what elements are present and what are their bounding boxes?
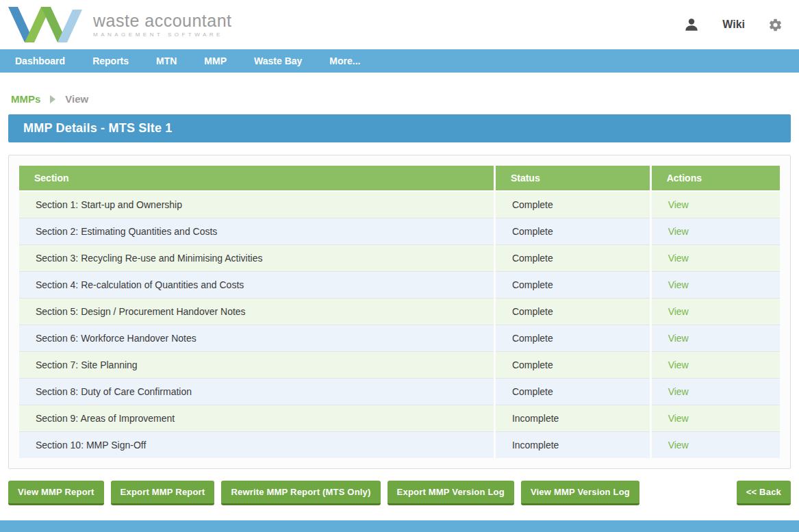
view-link[interactable]: View	[668, 386, 689, 397]
wiki-link[interactable]: Wiki	[722, 18, 745, 31]
actions-cell: View	[650, 352, 780, 379]
nav-item-mtn[interactable]: MTN	[142, 49, 190, 73]
view-link[interactable]: View	[668, 440, 689, 451]
status-cell: Complete	[494, 325, 650, 352]
export-mmp-report-button[interactable]: Export MMP Report	[111, 481, 215, 505]
view-link[interactable]: View	[668, 333, 689, 344]
brand-text: waste accountant MANAGEMENT SOFTWARE	[93, 12, 232, 38]
actions-cell: View	[650, 379, 780, 405]
brand-tagline: MANAGEMENT SOFTWARE	[93, 31, 232, 38]
brand-logo-icon	[7, 5, 84, 44]
status-cell: Complete	[494, 272, 650, 299]
view-mmp-report-button[interactable]: View MMP Report	[8, 481, 104, 505]
section-cell: Section 5: Design / Procurement Handover…	[19, 299, 494, 325]
table-row: Section 7: Site Planning Complete View	[19, 352, 780, 379]
status-cell: Complete	[494, 379, 650, 405]
status-cell: Incomplete	[494, 432, 650, 459]
section-cell: Section 9: Areas of Improvement	[19, 405, 494, 432]
brand-name: waste accountant	[93, 12, 232, 29]
actions-cell: View	[650, 272, 780, 299]
table-row: Section 3: Recycling Re-use and Minimisi…	[19, 245, 780, 272]
view-link[interactable]: View	[668, 199, 689, 210]
export-mmp-version-log-button[interactable]: Export MMP Version Log	[388, 481, 514, 505]
action-button-group: View MMP Report Export MMP Report Rewrit…	[8, 481, 639, 505]
column-header-actions: Actions	[650, 166, 780, 191]
table-row: Section 2: Estimating Quantities and Cos…	[19, 218, 780, 245]
app-header: waste accountant MANAGEMENT SOFTWARE Wik…	[0, 0, 799, 49]
sections-table: Section Status Actions Section 1: Start-…	[19, 166, 780, 458]
section-cell: Section 4: Re-calculation of Quantities …	[19, 272, 494, 299]
status-cell: Complete	[494, 245, 650, 272]
app-footer	[0, 520, 799, 532]
section-cell: Section 7: Site Planning	[19, 352, 494, 379]
actions-cell: View	[650, 218, 780, 245]
page: waste accountant MANAGEMENT SOFTWARE Wik…	[0, 0, 799, 532]
nav-item-more[interactable]: More...	[316, 49, 374, 73]
page-title-bar: MMP Details - MTS SIte 1	[8, 114, 791, 142]
actions-cell: View	[650, 432, 780, 459]
actions-cell: View	[650, 245, 780, 272]
section-cell: Section 1: Start-up and Ownership	[19, 191, 494, 218]
view-link[interactable]: View	[668, 359, 689, 370]
table-row: Section 6: Workforce Handover Notes Comp…	[19, 325, 780, 352]
view-link[interactable]: View	[668, 253, 689, 264]
back-button[interactable]: << Back	[737, 481, 791, 505]
table-row: Section 1: Start-up and Ownership Comple…	[19, 191, 780, 218]
table-row: Section 8: Duty of Care Confirmation Com…	[19, 379, 780, 405]
actions-cell: View	[650, 191, 780, 218]
content: MMPs View MMP Details - MTS SIte 1 Secti…	[0, 73, 799, 469]
section-cell: Section 2: Estimating Quantities and Cos…	[19, 218, 494, 245]
actions-cell: View	[650, 299, 780, 325]
view-mmp-version-log-button[interactable]: View MMP Version Log	[521, 481, 639, 505]
table-row: Section 9: Areas of Improvement Incomple…	[19, 405, 780, 432]
header-right: Wiki	[684, 17, 783, 32]
status-cell: Complete	[494, 352, 650, 379]
section-cell: Section 10: MMP Sign-Off	[19, 432, 494, 459]
action-button-row: View MMP Report Export MMP Report Rewrit…	[8, 481, 791, 505]
table-row: Section 10: MMP Sign-Off Incomplete View	[19, 432, 780, 459]
nav-item-dashboard[interactable]: Dashboard	[1, 49, 79, 73]
view-link[interactable]: View	[668, 306, 689, 317]
brand[interactable]: waste accountant MANAGEMENT SOFTWARE	[7, 5, 232, 44]
actions-cell: View	[650, 405, 780, 432]
main-nav: Dashboard Reports MTN MMP Waste Bay More…	[0, 49, 799, 73]
column-header-status: Status	[494, 166, 650, 191]
nav-item-reports[interactable]: Reports	[79, 49, 142, 73]
table-row: Section 5: Design / Procurement Handover…	[19, 299, 780, 325]
status-cell: Complete	[494, 218, 650, 245]
section-cell: Section 3: Recycling Re-use and Minimisi…	[19, 245, 494, 272]
table-header-row: Section Status Actions	[19, 166, 780, 191]
table-row: Section 4: Re-calculation of Quantities …	[19, 272, 780, 299]
breadcrumb-arrow-icon	[50, 95, 55, 103]
table-card: Section Status Actions Section 1: Start-…	[8, 155, 791, 469]
actions-cell: View	[650, 325, 780, 352]
breadcrumb-mmps[interactable]: MMPs	[11, 93, 40, 105]
view-link[interactable]: View	[668, 226, 689, 237]
view-link[interactable]: View	[668, 279, 689, 290]
column-header-section: Section	[19, 166, 494, 191]
nav-item-mmp[interactable]: MMP	[190, 49, 240, 73]
gear-icon[interactable]	[768, 18, 783, 32]
nav-item-waste-bay[interactable]: Waste Bay	[240, 49, 316, 73]
view-link[interactable]: View	[668, 413, 689, 424]
section-cell: Section 6: Workforce Handover Notes	[19, 325, 494, 352]
breadcrumb: MMPs View	[11, 93, 788, 105]
status-cell: Complete	[494, 299, 650, 325]
section-cell: Section 8: Duty of Care Confirmation	[19, 379, 494, 405]
rewrite-mmp-report-button[interactable]: Rewrite MMP Report (MTS Only)	[221, 481, 380, 505]
status-cell: Incomplete	[494, 405, 650, 432]
page-title: MMP Details - MTS SIte 1	[23, 121, 173, 136]
user-icon[interactable]	[684, 17, 699, 32]
status-cell: Complete	[494, 191, 650, 218]
breadcrumb-view: View	[65, 93, 88, 105]
